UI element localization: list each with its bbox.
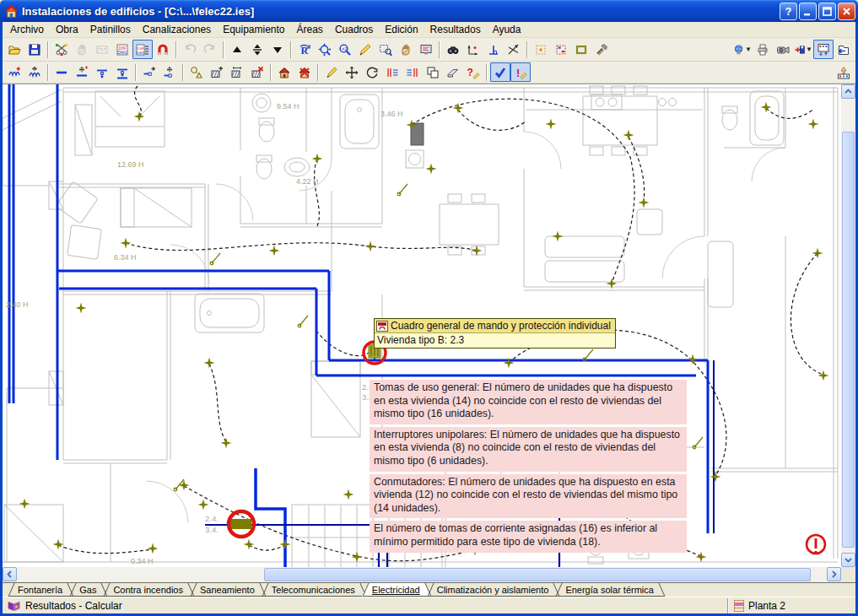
move-node-button[interactable]	[159, 62, 180, 82]
frame-button[interactable]	[571, 40, 591, 59]
text-import-button: TXT	[92, 40, 112, 59]
floor-selector[interactable]: Planta 2	[727, 598, 855, 613]
dropsym-icon	[95, 66, 109, 79]
regenerate-view-button[interactable]: R	[294, 40, 315, 59]
title-bar[interactable]: Instalaciones de edificios - [C:\...\fel…	[0, 0, 858, 22]
tab-energia-solar-termica[interactable]: Energía solar térmica	[555, 583, 666, 597]
maximize-button[interactable]	[818, 3, 836, 20]
floor-list-button[interactable]	[247, 40, 267, 59]
rotate-button[interactable]	[362, 62, 382, 82]
menu-ayuda[interactable]: Ayuda	[487, 23, 527, 37]
measure-area-button[interactable]	[186, 62, 207, 82]
menu-canalizaciones[interactable]: Canalizaciones	[137, 23, 217, 37]
intersections-button[interactable]	[504, 40, 524, 59]
drawing-canvas[interactable]: 9.54 H3.46 H12.69 H4.22 H6.34 H2.40 H0.3…	[3, 84, 841, 567]
zoom-window-button[interactable]	[375, 40, 396, 59]
insert-drop-button[interactable]	[92, 62, 112, 82]
new-circuit-button[interactable]	[4, 62, 24, 82]
query-edit-button[interactable]: ?	[463, 62, 483, 82]
close-button[interactable]	[838, 3, 855, 20]
menu-equipamiento[interactable]: Equipamiento	[217, 23, 290, 37]
delete-dwelling-button[interactable]	[294, 62, 315, 82]
binoc-icon	[446, 43, 460, 57]
menu-cuadros[interactable]: Cuadros	[329, 23, 379, 37]
tab-electricidad[interactable]: Electricidad	[362, 583, 432, 597]
coordinates-button[interactable]	[463, 40, 483, 59]
menu-patinillos[interactable]: Patinillos	[84, 23, 137, 37]
move-circuit-button[interactable]	[24, 62, 45, 82]
element-tooltip: Cuadro general de mando y protección ind…	[374, 318, 616, 349]
move-hatch-button[interactable]	[227, 62, 247, 82]
scroll-right-button[interactable]	[827, 567, 841, 581]
go-up-floor-button[interactable]	[227, 40, 247, 59]
add-dwelling-button[interactable]	[274, 62, 294, 82]
add-hatch-button[interactable]	[207, 62, 227, 82]
move-button[interactable]	[342, 62, 362, 82]
preview-button[interactable]	[773, 40, 793, 59]
tab-climatizacion-y-aislamiento[interactable]: Climatización y aislamiento	[427, 583, 561, 597]
save-button[interactable]	[24, 40, 45, 59]
tab-contra-incendios[interactable]: Contra incendios	[103, 583, 195, 597]
check-circuits-button[interactable]	[490, 62, 510, 82]
snap-center-button[interactable]	[531, 40, 551, 59]
copy-button[interactable]	[423, 62, 443, 82]
dxf-icon: DXFDWG	[116, 43, 129, 57]
pan-button[interactable]	[396, 40, 416, 59]
zoom-draw-button[interactable]	[355, 40, 375, 59]
orthogonal-button[interactable]	[483, 40, 504, 59]
vertical-scroll-thumb[interactable]	[842, 132, 855, 548]
help-button[interactable]: ?	[780, 3, 797, 20]
error-highlight-box[interactable]	[229, 511, 254, 537]
render-view-button[interactable]: ▼	[732, 40, 753, 59]
view-options-button[interactable]	[813, 40, 834, 59]
export-button[interactable]: ▼	[793, 40, 813, 59]
settings-tools-button[interactable]	[591, 40, 612, 59]
dropdown-arrow-icon[interactable]: ▼	[806, 46, 812, 53]
insert-node-button[interactable]	[139, 62, 159, 82]
search-button[interactable]	[443, 40, 463, 59]
vertical-scrollbar[interactable]	[841, 84, 855, 567]
zoom-scale-button[interactable]: ×2	[335, 40, 355, 59]
show-errors-button[interactable]: !	[510, 62, 531, 82]
menu-areas[interactable]: Áreas	[291, 23, 329, 37]
draw-line-button[interactable]	[51, 62, 72, 82]
toolbar-separator	[317, 64, 319, 81]
horizontal-scrollbar[interactable]	[3, 567, 841, 582]
template-editor-button[interactable]	[51, 40, 72, 59]
scroll-up-button[interactable]	[841, 84, 855, 99]
dropdown-arrow-icon[interactable]: ▼	[745, 46, 752, 53]
horizontal-scroll-thumb[interactable]	[264, 568, 811, 581]
move-line-button[interactable]	[72, 62, 92, 82]
assign-config-button[interactable]	[834, 62, 854, 82]
close-window-button[interactable]	[834, 40, 854, 59]
delete-hatch-button[interactable]	[247, 62, 267, 82]
tab-fontaneria[interactable]: Fontanería	[8, 583, 74, 597]
toolbar-separator	[47, 64, 49, 81]
error-indicator-icon[interactable]	[807, 535, 825, 554]
insert-drop-grounded-button[interactable]	[112, 62, 132, 82]
tab-saneamiento[interactable]: Saneamiento	[190, 583, 267, 597]
print-button[interactable]	[753, 40, 773, 59]
menu-edicion[interactable]: Edición	[379, 23, 424, 37]
menu-resultados[interactable]: Resultados	[424, 23, 487, 37]
perp-icon	[487, 43, 500, 57]
edit-symbol-left-button[interactable]	[382, 62, 402, 82]
go-down-floor-button[interactable]	[267, 40, 288, 59]
zoomext-icon	[318, 43, 332, 57]
edit-button[interactable]	[321, 62, 342, 82]
snap-grid-button[interactable]	[551, 40, 571, 59]
dxf-dwg-import-button[interactable]: DXFDWG	[112, 40, 132, 59]
redraw-button[interactable]	[416, 40, 436, 59]
tab-telecomunicaciones[interactable]: Telecomunicaciones	[262, 583, 367, 597]
open-button[interactable]	[4, 40, 24, 59]
dxf-dwg-manager-button[interactable]: DXFDWG	[132, 40, 153, 59]
scroll-down-button[interactable]	[841, 553, 855, 567]
edit-symbol-right-button[interactable]	[402, 62, 423, 82]
menu-archivo[interactable]: Archivo	[4, 23, 50, 37]
delete-button[interactable]	[443, 62, 463, 82]
minimize-button[interactable]	[799, 3, 817, 20]
scroll-left-button[interactable]	[3, 567, 17, 581]
zoom-extents-button[interactable]	[315, 40, 335, 59]
menu-obra[interactable]: Obra	[50, 23, 84, 37]
object-snap-button[interactable]	[153, 40, 173, 59]
